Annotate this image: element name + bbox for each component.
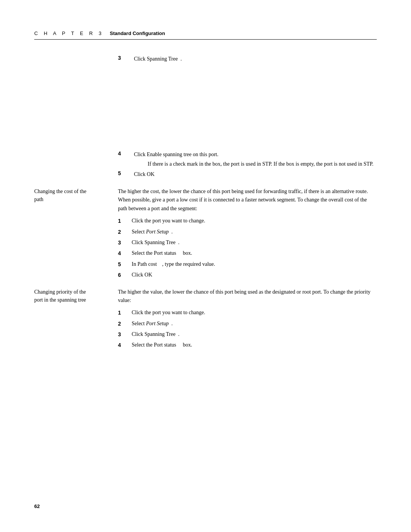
cost-step-2-text: Select Port Setup . [132,228,173,236]
cost-step-4-num: 4 [118,249,127,257]
priority-step-2-num: 2 [118,320,127,328]
section-priority-content: The higher the value, the lower the chan… [118,288,377,352]
section-cost-description: The higher the cost, the lower the chanc… [118,187,377,213]
step-number-5-top: 5 [118,170,129,178]
cost-step-2-num: 2 [118,228,127,236]
cost-step-4: 4 Select the Port status box. [118,249,377,257]
section-priority: Changing priority of the port in the spa… [34,288,377,352]
priority-step-1-num: 1 [118,308,127,317]
cost-step-5: 5 In Path cost , type the required value… [118,260,377,268]
cost-step-1-num: 1 [118,217,127,225]
section-cost-label: Changing the cost of the path [34,187,118,282]
cost-step-1: 1 Click the port you want to change. [118,217,377,225]
priority-step-2: 2 Select Port Setup . [118,320,377,328]
cost-step-1-text: Click the port you want to change. [132,217,205,225]
cost-step-3: 3 Click Spanning Tree . [118,238,377,247]
chapter-header: C H A P T E R 3 Standard Configuration [34,30,377,40]
section-priority-steps: 1 Click the port you want to change. 2 S… [118,308,377,350]
cost-step-3-text: Click Spanning Tree . [132,238,180,247]
priority-step-3-num: 3 [118,330,127,339]
priority-step-1: 1 Click the port you want to change. [118,308,377,317]
priority-step-1-text: Click the port you want to change. [132,308,205,317]
top-step-3: 3 Click Spanning Tree . [34,55,377,63]
cost-step-4-text: Select the Port status box. [132,249,192,257]
priority-step-3: 3 Click Spanning Tree . [118,330,377,339]
cost-step-5-num: 5 [118,260,127,268]
priority-step-4-text: Select the Port status box. [132,341,192,349]
chapter-label: C H A P T E R 3 [34,30,104,36]
step-text-5-top: Click OK [134,170,155,178]
cost-step-5-text: In Path cost , type the required value. [132,260,215,268]
step-number-3-top: 3 [118,55,129,63]
section-cost-content: The higher the cost, the lower the chanc… [118,187,377,282]
page: C H A P T E R 3 Standard Configuration 3… [0,0,411,532]
priority-step-3-text: Click Spanning Tree . [132,330,180,339]
section-cost: Changing the cost of the path The higher… [34,187,377,282]
step-text-3-top: Click Spanning Tree . [134,55,182,63]
cost-step-2: 2 Select Port Setup . [118,228,377,236]
cost-step-6-num: 6 [118,271,127,279]
section-priority-description: The higher the value, the lower the chan… [118,288,377,305]
step-text-4-top: Click Enable spanning tree on this port. [134,150,218,158]
priority-step-4-num: 4 [118,341,127,349]
section-cost-steps: 1 Click the port you want to change. 2 S… [118,217,377,279]
step-5-top: 5 Click OK [34,170,377,178]
step-4-top: 4 Click Enable spanning tree on this por… [34,150,377,158]
step-4-note: If there is a check mark in the box, the… [48,160,377,168]
cost-step-6: 6 Click OK [118,271,377,279]
cost-step-6-text: Click OK [132,271,152,279]
priority-step-2-text: Select Port Setup . [132,320,173,328]
step-number-4-top: 4 [118,150,129,158]
chapter-title: Standard Configuration [110,30,165,36]
page-number: 62 [34,503,40,509]
priority-step-4: 4 Select the Port status box. [118,341,377,349]
cost-step-3-num: 3 [118,238,127,247]
spacer-large [34,67,377,150]
section-priority-label: Changing priority of the port in the spa… [34,288,118,352]
